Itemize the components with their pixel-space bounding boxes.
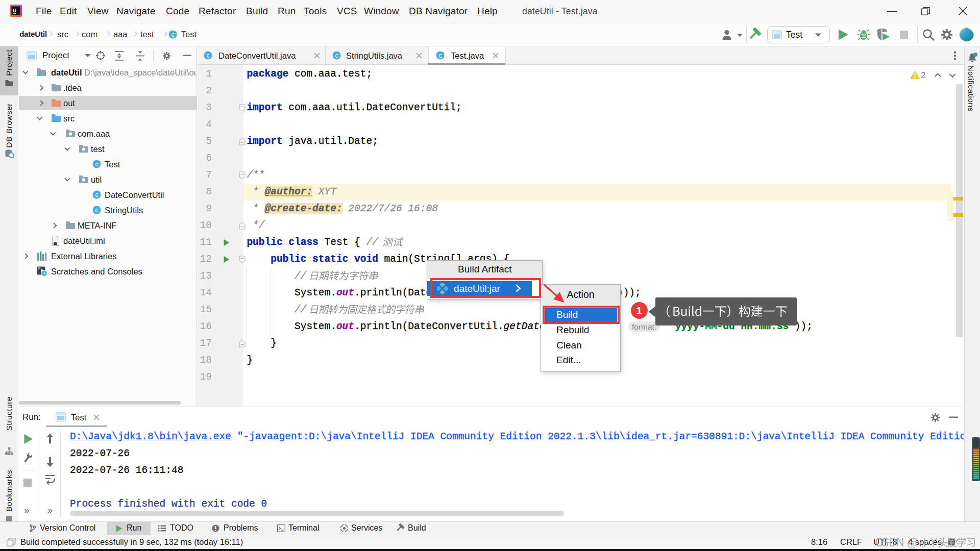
svg-text:IJ: IJ [13,8,16,13]
svg-text:c: c [206,52,209,59]
svg-text:c: c [335,52,338,59]
svg-text:c: c [95,207,98,214]
svg-text:c: c [95,191,98,198]
